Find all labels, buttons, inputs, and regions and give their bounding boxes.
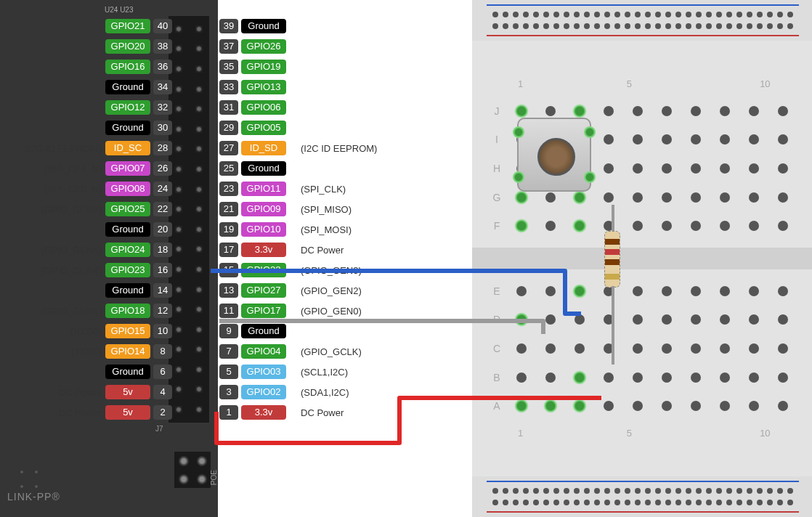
bb-hole xyxy=(594,190,623,205)
pin-alt: (GPIO_GEN2) xyxy=(301,285,362,296)
power-rail-top xyxy=(472,0,812,41)
pin-name: Ground xyxy=(105,365,150,379)
bb-hole xyxy=(768,190,797,205)
pin-number: 39 xyxy=(219,19,238,33)
bb-hole xyxy=(710,104,739,118)
pin-name: GPIO10 xyxy=(241,222,286,237)
bb-hole xyxy=(623,219,652,233)
pin-number: 26 xyxy=(153,161,172,176)
bb-hole xyxy=(565,190,594,205)
bb-hole xyxy=(768,163,797,174)
bb-row: E xyxy=(487,278,799,304)
bb-hole xyxy=(623,370,652,385)
bb-hole xyxy=(681,104,710,118)
pushbutton[interactable] xyxy=(517,118,591,192)
bb-hole xyxy=(536,284,565,298)
poe-header xyxy=(174,452,211,488)
bb-hole xyxy=(565,312,594,327)
bb-hole xyxy=(507,312,536,327)
pin-alt: DC Power xyxy=(4,387,102,398)
bb-hole xyxy=(768,343,797,354)
bb-hole xyxy=(565,370,594,385)
pin-number: 29 xyxy=(219,121,238,135)
bb-hole xyxy=(565,399,594,413)
bb-hole xyxy=(594,399,623,413)
bb-row: B xyxy=(487,365,799,391)
bb-hole xyxy=(507,399,536,413)
pin-number: 27 xyxy=(219,141,238,155)
pin-alt: (GPIO_GEN6) xyxy=(4,204,102,215)
pin-number: 6 xyxy=(153,365,172,379)
pin-number: 22 xyxy=(153,202,172,216)
bb-hole xyxy=(623,190,652,205)
pin-name: Ground xyxy=(241,19,286,33)
bb-hole xyxy=(681,134,710,144)
pin-number: 3 xyxy=(219,385,238,399)
bb-hole xyxy=(710,284,739,298)
pin-number: 20 xyxy=(153,222,172,237)
pin-alt: (SCL1,I2C) xyxy=(301,367,348,378)
pin-alt: (GPIO_GEN3) xyxy=(301,265,362,276)
pin-alt: (TXD0) xyxy=(4,346,102,357)
bb-hole xyxy=(710,399,739,413)
col-numbers-bottom: 1510 xyxy=(472,428,812,439)
bb-hole xyxy=(623,163,652,174)
bb-hole xyxy=(710,190,739,205)
pin-number: 7 xyxy=(219,344,238,359)
bb-hole xyxy=(507,190,536,205)
bb-hole xyxy=(594,163,623,174)
bb-hole xyxy=(739,219,768,233)
pin-name: GPIO07 xyxy=(105,161,150,176)
bb-hole xyxy=(594,370,623,385)
bb-hole xyxy=(710,370,739,385)
pin-alt: (SPI_CLK) xyxy=(301,184,346,195)
bb-hole xyxy=(768,312,797,327)
pin-name: GPIO17 xyxy=(241,304,286,318)
bb-hole xyxy=(536,104,565,118)
power-rail-bottom xyxy=(472,476,812,517)
pin-name: GPIO02 xyxy=(241,385,286,399)
pin-alt: (GPIO_GEN4) xyxy=(4,265,102,276)
bb-hole xyxy=(768,399,797,413)
bb-hole xyxy=(652,312,681,327)
pin-number: 33 xyxy=(219,80,238,94)
bb-hole xyxy=(594,134,623,144)
pin-name: GPIO04 xyxy=(241,344,286,359)
pin-number: 40 xyxy=(153,19,172,33)
pin-number: 23 xyxy=(219,182,238,196)
pin-name: GPIO13 xyxy=(241,80,286,94)
pin-name: Ground xyxy=(241,161,286,176)
pin-number: 28 xyxy=(153,141,172,155)
pin-name: GPIO08 xyxy=(105,182,150,196)
bb-hole xyxy=(652,284,681,298)
bb-hole xyxy=(681,370,710,385)
pin-alt: (I2C ID EEPROM) xyxy=(4,143,102,154)
pin-name: 5v xyxy=(105,385,150,399)
pin-alt: (GPIO_GCLK) xyxy=(301,346,362,357)
pin-alt: (RXD0) xyxy=(4,326,102,337)
bb-hole xyxy=(739,399,768,413)
bb-hole xyxy=(623,104,652,118)
bb-row: A xyxy=(487,393,799,419)
bb-hole xyxy=(623,399,652,413)
pin-name: 3.3v xyxy=(241,243,286,257)
pin-number: 10 xyxy=(153,324,172,338)
pin-alt: (GPIO_GEN0) xyxy=(301,306,362,317)
rail-line-neg xyxy=(487,4,799,6)
pin-name: GPIO18 xyxy=(105,304,150,318)
pin-name: Ground xyxy=(105,80,150,94)
pin-name: GPIO11 xyxy=(241,182,286,196)
pin-number: 38 xyxy=(153,39,172,54)
pin-number: 24 xyxy=(153,182,172,196)
bb-hole xyxy=(652,134,681,144)
pin-alt: (GPIO_GEN5) xyxy=(4,245,102,256)
bb-hole xyxy=(681,284,710,298)
pin-name: GPIO25 xyxy=(105,202,150,216)
pin-name: Ground xyxy=(105,222,150,237)
pin-number: 2 xyxy=(153,405,172,420)
pin-number: 12 xyxy=(153,304,172,318)
pin-name: Ground xyxy=(105,121,150,135)
pin-number: 25 xyxy=(219,161,238,176)
bb-hole xyxy=(536,312,565,327)
bb-hole xyxy=(594,284,623,298)
